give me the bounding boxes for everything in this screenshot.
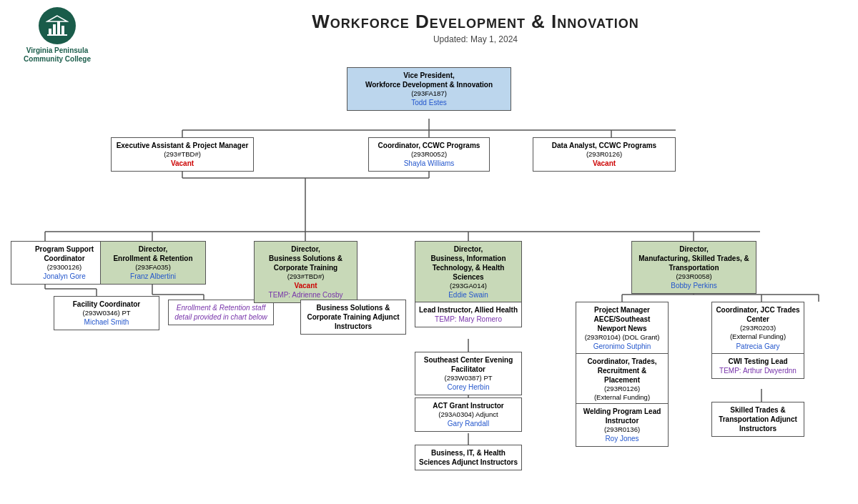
dir-mfg-name: Bobby Perkins [636,281,752,290]
se-facilitator-code: (293W0387) PT [419,374,518,382]
header: Virginia Peninsula Community College Wor… [11,7,847,64]
dir-enrollment-code: (293FA035) [104,263,202,272]
logo-text: Virginia Peninsula Community College [11,46,104,64]
coord-ccwc-box: Coordinator, CCWC Programs (293R0052) Sh… [368,137,490,172]
data-analyst-box: Data Analyst, CCWC Programs (293R0126) V… [533,137,676,172]
welding-lead-role: Welding Program Lead Instructor [580,407,664,425]
se-facilitator-box: Southeast Center Evening Facilitator (29… [415,352,522,395]
title-area: Workforce Development & Innovation Updat… [104,7,847,44]
dir-enrollment-role2: Enrollment & Retention [104,254,202,263]
data-analyst-role: Data Analyst, CCWC Programs [537,141,671,150]
page: Virginia Peninsula Community College Wor… [0,0,858,504]
vp-code: (293FA187) [351,89,507,98]
dir-bit-name: Eddie Swain [419,290,518,300]
dir-biz-role2: Business Solutions & Corporate Training [258,254,353,272]
dir-biz-temp: TEMP: Adrienne Cosby [258,290,353,300]
logo-area: Virginia Peninsula Community College [11,7,104,64]
dir-mfg-role: Director, [636,244,752,254]
bit-adj-role: Business, IT, & Health Sciences Adjunct … [419,448,518,467]
vp-role: Vice President, [351,71,507,80]
proj-mgr-aece-role: Project Manager AECE/Southeast Newport N… [580,305,664,333]
coord-jcc-extra: (External Funding) [716,332,800,341]
coord-trades-code: (293R0126) [580,385,664,393]
dir-bit-role: Director, [419,244,518,254]
vp-role2: Workforce Development & Innovation [351,80,507,89]
svg-rect-0 [49,29,51,34]
act-instructor-role: ACT Grant Instructor [419,401,518,410]
welding-lead-name: Roy Jones [580,434,664,443]
facility-coord-box: Facility Coordinator (293W0346) PT Micha… [54,296,159,330]
dir-biz-solutions-box: Director, Business Solutions & Corporate… [254,241,358,303]
facility-coord-role: Facility Coordinator [58,300,155,309]
lead-allied-box: Lead Instructor, Allied Health TEMP: Mar… [415,302,522,327]
biz-adj-role: Business Solutions & Corporate Training … [305,303,402,331]
svg-rect-4 [47,34,67,36]
act-instructor-name: Gary Randall [419,419,518,428]
data-analyst-code: (293R0126) [537,150,671,159]
coord-trades-extra: (External Funding) [580,393,664,402]
lead-allied-role: Lead Instructor, Allied Health [419,305,518,315]
proj-mgr-aece-code: (293R0104) (DOL Grant) [580,333,664,342]
bit-adj-box: Business, IT, & Health Sciences Adjunct … [415,445,522,470]
facility-coord-code: (293W0346) PT [58,309,155,317]
skilled-trades-adj-role: Skilled Trades & Transportation Adjunct … [716,405,800,433]
logo-icon [46,14,69,37]
cwi-testing-box: CWI Testing Lead TEMP: Arthur Dwyerdnn [711,353,804,379]
data-analyst-name: Vacant [537,159,671,168]
dir-mfg-role2: Manufacturing, Skilled Trades, & Transpo… [636,254,752,272]
enrollment-note-box: Enrollment & Retention staff detail prov… [168,300,274,325]
coord-ccwc-role: Coordinator, CCWC Programs [373,141,485,150]
proj-mgr-aece-name: Geronimo Sutphin [580,342,664,351]
enrollment-note: Enrollment & Retention staff detail prov… [172,303,270,322]
svg-rect-2 [57,21,60,34]
college-name-line1: Virginia Peninsula Community College [11,46,104,64]
biz-adj-box: Business Solutions & Corporate Training … [300,300,406,335]
dir-mfg-box: Director, Manufacturing, Skilled Trades,… [631,241,756,294]
act-instructor-box: ACT Grant Instructor (293A0304) Adjunct … [415,397,522,432]
dir-enrollment-box: Director, Enrollment & Retention (293FA0… [100,241,206,285]
dir-biz-vacant: Vacant [258,281,353,290]
coord-ccwc-code: (293R0052) [373,150,485,159]
se-facilitator-role: Southeast Center Evening Facilitator [419,355,518,374]
cwi-testing-temp: TEMP: Arthur Dwyerdnn [716,366,800,375]
coord-jcc-code: (293R0203) [716,324,800,332]
dir-bit-health-box: Director, Business, Information Technolo… [415,241,522,303]
exec-asst-code: (293#TBD#) [115,150,250,159]
coord-jcc-box: Coordinator, JCC Trades Center (293R0203… [711,302,804,355]
vp-box: Vice President, Workforce Development & … [347,67,511,111]
dir-bit-code: (293GA014) [419,282,518,290]
prog-support-code: (29300126) [15,263,114,272]
proj-mgr-aece-box: Project Manager AECE/Southeast Newport N… [576,302,669,355]
welding-lead-code: (293R0136) [580,425,664,434]
page-title: Workforce Development & Innovation [104,11,847,33]
dir-biz-role: Director, [258,244,353,254]
cwi-testing-role: CWI Testing Lead [716,357,800,366]
welding-lead-box: Welding Program Lead Instructor (293R013… [576,403,669,447]
exec-asst-name: Vacant [115,159,250,168]
prog-support-role: Program Support Coordinator [15,244,114,263]
act-instructor-code: (293A0304) Adjunct [419,410,518,419]
svg-rect-1 [53,24,56,34]
dir-biz-code: (293#TBD#) [258,272,353,281]
lead-allied-temp: TEMP: Mary Romero [419,315,518,324]
se-facilitator-name: Corey Herbin [419,382,518,392]
dir-enrollment-role: Director, [104,244,202,254]
coord-jcc-role: Coordinator, JCC Trades Center [716,305,800,324]
facility-coord-name: Michael Smith [58,317,155,327]
exec-asst-box: Executive Assistant & Project Manager (2… [111,137,254,172]
updated-date: Updated: May 1, 2024 [104,34,847,44]
prog-support-name: Jonalyn Gore [15,272,114,281]
skilled-trades-adj-box: Skilled Trades & Transportation Adjunct … [711,402,804,437]
logo-circle [39,7,76,44]
coord-jcc-name: Patrecia Gary [716,342,800,351]
svg-marker-5 [47,16,67,21]
coord-ccwc-name: Shayla Williams [373,159,485,168]
dir-mfg-code: (293R0058) [636,272,752,281]
dir-enrollment-name: Franz Albertini [104,272,202,281]
dir-bit-role2: Business, Information Technology, & Heal… [419,254,518,282]
vp-name: Todd Estes [351,98,507,107]
org-chart: Vice President, Workforce Development & … [11,67,847,504]
exec-asst-role: Executive Assistant & Project Manager [115,141,250,150]
svg-rect-3 [61,26,64,34]
coord-trades-role: Coordinator, Trades, Recruitment & Place… [580,357,664,385]
